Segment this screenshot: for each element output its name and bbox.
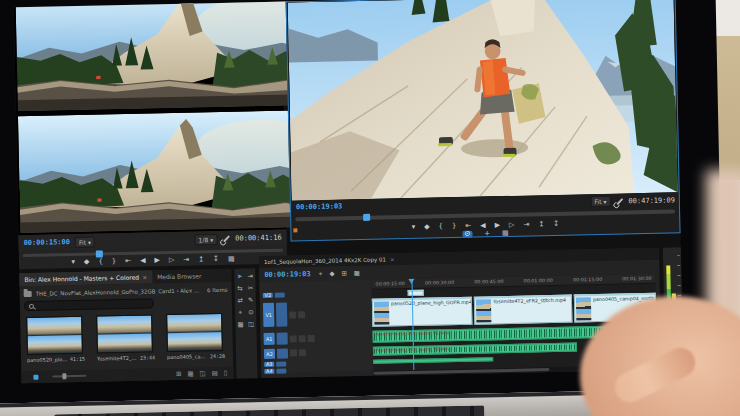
play-icon[interactable]: ▶ (154, 257, 160, 264)
go-to-out-icon[interactable]: ⇥ (183, 257, 189, 264)
clip-thumbnail[interactable] (166, 313, 223, 352)
overwrite-icon[interactable]: ↧ (213, 256, 219, 263)
ruler-label: 00:01:30:00 (622, 276, 651, 282)
marker-menu-icon[interactable]: ▾ (71, 259, 75, 266)
mute-button[interactable] (290, 349, 297, 356)
clip-thumbnail[interactable] (26, 316, 83, 355)
timeline-settings-icon[interactable]: ▦ (354, 269, 360, 277)
go-to-in-icon[interactable]: ⇤ (125, 258, 131, 265)
track-target-a1[interactable]: A1 (264, 333, 275, 345)
track-target-v1[interactable]: V1 (263, 303, 275, 327)
new-item-icon[interactable]: ▤ (212, 369, 218, 377)
list-item[interactable]: Yosemite4T2_eFR2_s... 23:44 (96, 314, 155, 365)
add-marker-icon[interactable]: ◆ (84, 259, 90, 266)
track-enable-a2[interactable] (277, 348, 288, 358)
track-lock-icon[interactable] (289, 311, 296, 318)
list-item[interactable]: pano0520_plane_hig... 41:15 (26, 316, 85, 367)
track-lock-icon[interactable] (308, 334, 315, 341)
source-fit-dropdown[interactable]: Fit ▾ (75, 236, 95, 247)
track-header-v1[interactable]: V1 (260, 298, 373, 330)
ripple-edit-tool[interactable]: ⇆ (237, 284, 243, 292)
snap-icon[interactable]: ⌖ (319, 270, 323, 278)
track-target-v2[interactable]: V2 (263, 292, 273, 297)
wrench-settings-icon[interactable] (616, 197, 623, 204)
track-header-a4[interactable]: A4 (261, 366, 373, 374)
vr-video-toggle-icon[interactable]: ⊙ (462, 231, 472, 238)
close-icon[interactable]: × (390, 256, 395, 262)
tab-media-browser-label: Media Browser (157, 272, 201, 280)
icon-view-icon[interactable]: ▦ (187, 370, 193, 378)
track-header-v2[interactable]: V2 (260, 290, 372, 298)
step-forward-icon[interactable]: ▷ (509, 222, 515, 229)
track-enable-a4[interactable] (276, 368, 286, 373)
source-resolution-dropdown[interactable]: 1/8 ▾ (194, 233, 217, 244)
source-monitor-viewer[interactable] (14, 2, 287, 236)
new-bin-icon[interactable]: ◫ (199, 369, 205, 377)
audio-clip[interactable] (373, 357, 493, 364)
breadcrumb-path[interactable]: THE_DC_NovFlat_AlexHonnold_GoPro_32GB_Ca… (36, 287, 203, 297)
tab-media-browser[interactable]: Media Browser (152, 269, 207, 283)
add-marker-icon[interactable]: ◆ (424, 224, 430, 231)
close-icon[interactable]: × (142, 273, 147, 280)
button-editor-icon[interactable]: + (484, 230, 490, 237)
go-to-out-icon[interactable]: ⇥ (523, 221, 529, 228)
mark-in-icon[interactable]: { (98, 258, 103, 265)
timeline-clip[interactable] (408, 290, 424, 296)
selection-tool[interactable]: ➤ (237, 272, 243, 280)
export-frame-icon[interactable]: ▦ (228, 256, 235, 263)
track-select-tool[interactable]: ⇥ (247, 272, 253, 280)
slip-tool[interactable]: ⇄ (237, 296, 243, 304)
type-tool[interactable]: ▦ (237, 320, 243, 328)
pen-tool[interactable]: ✎ (248, 296, 254, 304)
lift-icon[interactable]: ↥ (538, 221, 544, 228)
step-back-icon[interactable]: ◀ (140, 258, 146, 265)
mark-in-icon[interactable]: { (438, 223, 443, 230)
clip-name: pano0520_plane_hig... (27, 356, 69, 363)
mark-out-icon[interactable]: } (112, 258, 117, 265)
extract-icon[interactable]: ↧ (553, 221, 559, 228)
track-enable-v2[interactable] (275, 292, 285, 297)
timeline-clip[interactable]: Yosemite4T2_eFR2_stitch.mp4 (474, 295, 573, 325)
thumbnail-zoom-slider[interactable] (52, 375, 86, 378)
nest-toggle-icon[interactable]: ⊞ (341, 269, 347, 277)
bin-breadcrumb: THE_DC_NovFlat_AlexHonnold_GoPro_32GB_Ca… (24, 284, 228, 299)
solo-button[interactable] (299, 335, 306, 342)
program-monitor-viewer[interactable] (288, 0, 678, 200)
track-enable-v1[interactable] (276, 303, 288, 327)
track-target-a4[interactable]: A4 (264, 368, 274, 373)
trash-icon[interactable]: ▯ (224, 369, 228, 377)
list-view-icon[interactable]: ⊞ (176, 370, 182, 378)
track-enable-a3[interactable] (276, 361, 286, 366)
step-forward-icon[interactable]: ▷ (169, 257, 175, 264)
hand-tool[interactable]: ⌖ (238, 308, 242, 316)
play-icon[interactable]: ▶ (495, 222, 501, 229)
export-frame-icon[interactable]: ▦ (502, 230, 509, 237)
list-item[interactable]: pano0405_camp04_n... 24:28 (166, 313, 225, 364)
track-header-a2[interactable]: A2 (261, 346, 373, 359)
track-header-a1[interactable]: A1 (261, 330, 373, 346)
insert-icon[interactable]: ↥ (198, 256, 204, 263)
playhead[interactable] (363, 214, 370, 221)
track-eye-icon[interactable] (298, 311, 305, 318)
clip-duration: 41:15 (70, 356, 85, 362)
marker-menu-icon[interactable]: ▾ (412, 224, 416, 231)
mark-out-icon[interactable]: } (452, 223, 457, 230)
rect-tool[interactable]: ◫ (248, 320, 254, 328)
razor-tool[interactable]: ✂ (248, 284, 254, 292)
zoom-tool[interactable]: ⊙ (248, 308, 254, 316)
project-footer-icons: ⊞▦◫▤▯ (176, 369, 228, 378)
search-input[interactable] (24, 298, 154, 311)
program-fit-dropdown[interactable]: Fit ▾ (590, 196, 610, 207)
clip-thumbnail[interactable] (96, 314, 153, 353)
tab-bin[interactable]: Bin: Alex Honnold - Masters + Colored × (19, 270, 152, 286)
track-enable-a1[interactable] (277, 333, 288, 345)
clip-name: Yosemite4T2_eFR2_stitch.mp4 (493, 298, 566, 305)
wrench-settings-icon[interactable] (223, 235, 230, 242)
audio-clip[interactable]: AlexHonnold_360_audio_02.wav (373, 342, 577, 355)
add-marker-icon[interactable]: ◆ (329, 270, 334, 278)
track-target-a3[interactable]: A3 (264, 361, 274, 366)
mute-button[interactable] (290, 335, 297, 342)
solo-button[interactable] (299, 349, 306, 356)
track-target-a2[interactable]: A2 (264, 348, 275, 358)
timeline-clip[interactable]: pano0520_plane_high_GOPR.mp4 (372, 297, 473, 327)
